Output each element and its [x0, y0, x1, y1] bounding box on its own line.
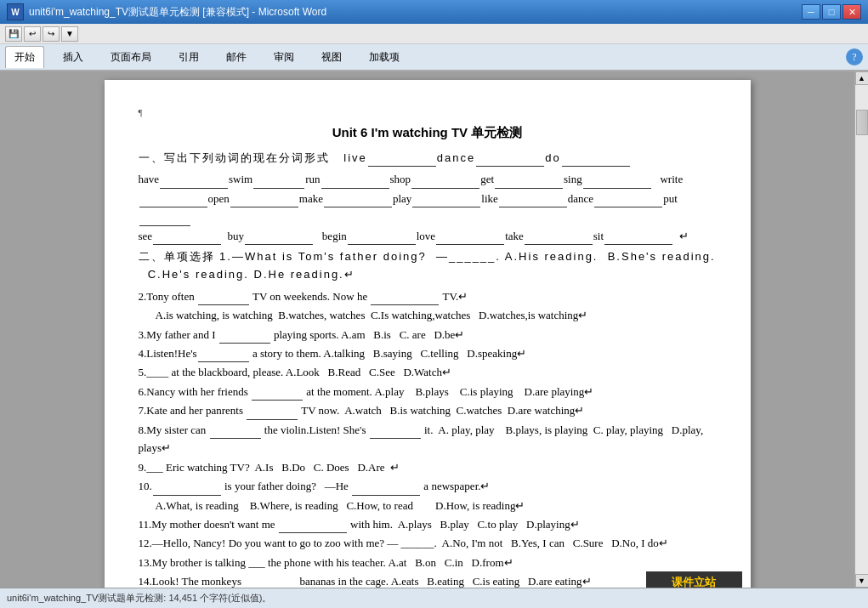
q8-line: 8.My sister can the violin.Listen! She's…: [139, 421, 717, 457]
section1-line4: see buy beginlovetakesit ↵: [139, 227, 717, 245]
q2-line: 2.Tony often TV on weekends. Now he TV.↵: [139, 287, 717, 305]
scrollbar-vertical[interactable]: ▲ ▼: [854, 71, 868, 588]
q3-line: 3.My father and I playing sports. A.am B…: [139, 326, 717, 344]
q6-line: 6.Nancy with her friends at the moment. …: [139, 383, 717, 401]
close-button[interactable]: ✕: [842, 4, 861, 20]
doc-title: Unit 6 I'm watching TV 单元检测: [139, 122, 717, 143]
watermark: 课件立站 www.kjzhan.com: [646, 571, 741, 588]
title-bar-text: unit6i'm_watching_TV测试题单元检测 [兼容模式] - Mic…: [29, 5, 326, 20]
word-icon: W: [7, 3, 24, 20]
tab-view[interactable]: 视图: [313, 47, 350, 68]
tab-addins[interactable]: 加载项: [360, 47, 408, 68]
tab-review[interactable]: 审阅: [265, 47, 303, 68]
q14-line: 14.Look! The monkeys bananas in the cage…: [139, 572, 717, 588]
main-area: ¶ Unit 6 I'm watching TV 单元检测 一、写出下列动词的现…: [0, 71, 868, 588]
q10-line: 10. is your father doing? —He a newspape…: [139, 477, 717, 495]
title-bar-right: ─ □ ✕: [802, 4, 861, 20]
q4-line: 4.Listen!He's a story to them. A.talking…: [139, 344, 717, 362]
tab-insert[interactable]: 插入: [54, 47, 92, 68]
section2-header: 二、单项选择 1.—What is Tom's father doing? —_…: [139, 248, 717, 284]
scroll-up-button[interactable]: ▲: [855, 71, 869, 85]
section1-line3: openmakeplaylikedanceput: [139, 190, 717, 226]
section1-line2: haveswimrunshopgetsing write: [139, 170, 717, 188]
tab-reference[interactable]: 引用: [170, 47, 207, 68]
q9-line: 9.___ Eric watching TV? A.Is B.Do C. Doe…: [139, 458, 717, 476]
scroll-thumb[interactable]: [856, 110, 868, 135]
quick-toolbar: 💾 ↩ ↪ ▼: [0, 24, 868, 44]
tab-pagelayout[interactable]: 页面布局: [102, 47, 160, 68]
q13-line: 13.My brother is talking ___ the phone w…: [139, 554, 717, 571]
watermark-top: 课件立站: [646, 571, 741, 588]
ribbon: 开始 插入 页面布局 引用 邮件 审阅 视图 加载项 ?: [0, 44, 868, 71]
q5-line: 5.____ at the blackboard, please. A.Look…: [139, 363, 717, 381]
title-bar-left: W unit6i'm_watching_TV测试题单元检测 [兼容模式] - M…: [7, 3, 326, 20]
status-text: unit6i'm_watching_TV测试题单元检测: 14,451 个字符(…: [7, 592, 271, 605]
minimize-button[interactable]: ─: [802, 4, 820, 20]
q7-line: 7.Kate and her panrents TV now. A.watch …: [139, 401, 717, 419]
scroll-down-button[interactable]: ▼: [855, 574, 869, 588]
save-button[interactable]: 💾: [5, 26, 22, 42]
doc-container[interactable]: ¶ Unit 6 I'm watching TV 单元检测 一、写出下列动词的现…: [0, 71, 854, 588]
doc-page: ¶ Unit 6 I'm watching TV 单元检测 一、写出下列动词的现…: [105, 80, 751, 588]
title-bar: W unit6i'm_watching_TV测试题单元检测 [兼容模式] - M…: [0, 0, 868, 24]
q12-line: 12.—Hello, Nancy! Do you want to go to z…: [139, 534, 717, 552]
status-bar: unit6i'm_watching_TV测试题单元检测: 14,451 个字符(…: [0, 588, 868, 608]
scroll-track[interactable]: [855, 85, 868, 574]
dropdown-button[interactable]: ▼: [61, 26, 78, 42]
tab-start[interactable]: 开始: [5, 46, 44, 68]
redo-button[interactable]: ↪: [43, 26, 60, 42]
restore-button[interactable]: □: [822, 4, 841, 20]
section1-header: 一、写出下列动词的现在分词形式 livedancedo: [139, 150, 717, 168]
q2-opts: A.is watching, is watching B.watches, wa…: [139, 306, 717, 324]
undo-button[interactable]: ↩: [24, 26, 41, 42]
help-button[interactable]: ?: [846, 48, 863, 65]
tab-mail[interactable]: 邮件: [218, 47, 255, 68]
q11-line: 11.My mother doesn't want me with him. A…: [139, 515, 717, 533]
q10-opts: A.What, is reading B.Where, is reading C…: [139, 497, 717, 514]
